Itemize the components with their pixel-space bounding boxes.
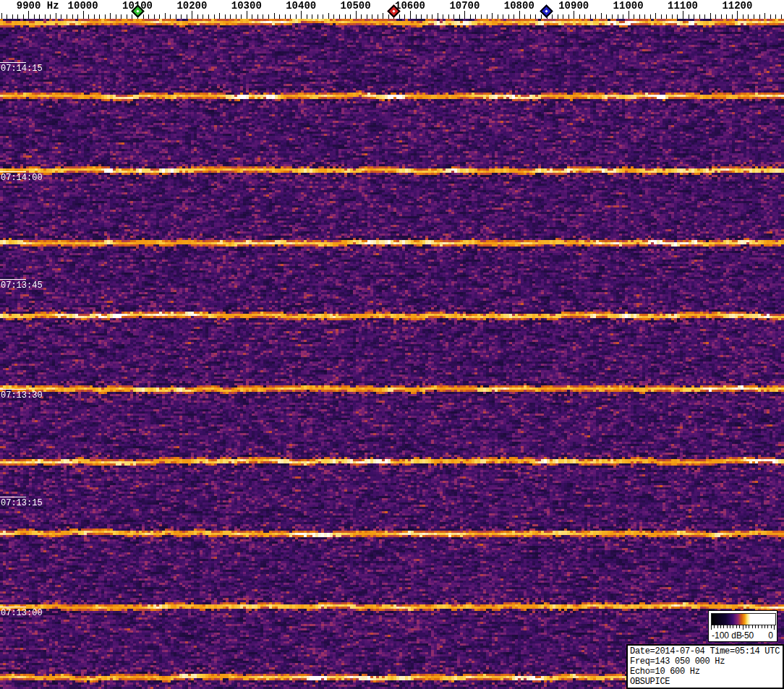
db-mid-label: -50	[741, 630, 754, 641]
freq-tick-label: 10200	[176, 0, 207, 12]
time-tick-mark	[0, 607, 26, 607]
info-box: Date=2014-07-04 Time=05:14 UTC Freq=143 …	[626, 644, 784, 689]
freq-tick-label: 10700	[449, 0, 480, 12]
time-tick-mark	[0, 279, 26, 280]
freq-tick-label: 10000	[68, 0, 98, 12]
spectrum-lab-waterfall-app: 9900 Hz100001010010200103001040010500106…	[0, 0, 784, 689]
db-min-label: -100 dB	[712, 630, 742, 641]
time-tick-mark	[0, 497, 26, 497]
freq-tick-label: 10400	[286, 0, 316, 12]
freq-tick-label: 10900	[558, 0, 589, 12]
time-label: 07:14:00	[1, 173, 43, 183]
info-echo: Echo=10 600 Hz	[630, 667, 780, 677]
freq-tick-label: 10500	[341, 0, 371, 12]
db-color-scale: -100 dB -50 0	[708, 610, 777, 642]
color-gradient-bar	[711, 613, 776, 625]
db-scale-ticks	[711, 625, 775, 630]
time-label: 07:13:15	[1, 498, 43, 508]
frequency-ruler[interactable]: 9900 Hz100001010010200103001040010500106…	[0, 0, 784, 19]
freq-tick-label: 9900 Hz	[17, 0, 59, 12]
info-station: OBSUPICE	[630, 677, 780, 687]
marker-green-center-dot	[136, 9, 139, 12]
marker-blue-center-dot	[545, 9, 547, 12]
freq-tick-label: 11000	[613, 0, 644, 12]
freq-tick-label: 11200	[722, 0, 752, 12]
marker-red-center-dot	[392, 9, 395, 12]
time-tick-mark	[0, 62, 26, 63]
freq-tick-label: 10800	[504, 0, 534, 12]
time-label: 07:13:45	[1, 281, 43, 291]
waterfall-spectrogram-canvas[interactable]	[0, 19, 784, 689]
freq-tick-label: 11100	[668, 0, 698, 12]
freq-tick-label: 10300	[231, 0, 262, 12]
info-frequency: Freq=143 050 000 Hz	[630, 656, 780, 667]
time-label: 07:14:15	[1, 64, 43, 74]
time-label: 07:13:00	[1, 608, 43, 618]
info-date-time: Date=2014-07-04 Time=05:14 UTC	[630, 646, 780, 656]
db-max-label: 0	[768, 630, 773, 641]
time-tick-mark	[0, 171, 26, 172]
time-label: 07:13:30	[1, 390, 43, 401]
time-tick-mark	[0, 389, 26, 390]
